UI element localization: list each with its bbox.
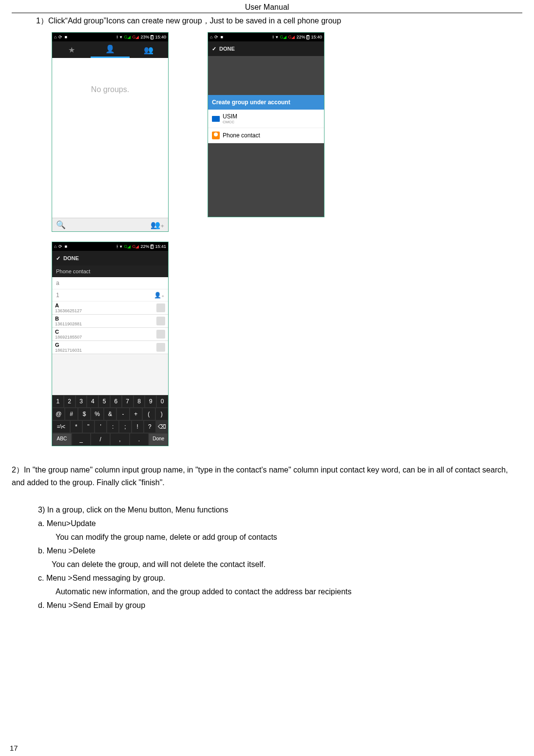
key[interactable]: ⌫ bbox=[156, 420, 168, 433]
screenshot-no-groups: ⌂ ⟳ ■ ᚼ ▾ G◢ G◢ 23% ▮ 15:40 ★ 👤 👥 bbox=[52, 32, 169, 232]
key[interactable]: + bbox=[130, 408, 142, 420]
contact-row[interactable]: B13611902881 bbox=[52, 315, 168, 328]
key[interactable]: 0 bbox=[156, 395, 168, 408]
key[interactable]: 1 bbox=[52, 395, 64, 408]
group-name-input[interactable]: a bbox=[52, 277, 168, 289]
key[interactable]: ' bbox=[95, 420, 107, 433]
contact-letter: C bbox=[55, 329, 82, 335]
tab-contacts[interactable]: 👤 bbox=[91, 41, 129, 58]
battery-percent: 23% bbox=[140, 35, 149, 39]
key[interactable]: 5 bbox=[98, 395, 110, 408]
key[interactable]: 6 bbox=[110, 395, 122, 408]
option-usim[interactable]: USIM CMCC bbox=[208, 110, 324, 128]
key[interactable]: ; bbox=[119, 420, 131, 433]
key[interactable]: =\< bbox=[52, 420, 70, 433]
contact-row[interactable]: G18621716031 bbox=[52, 341, 168, 354]
avatar bbox=[156, 303, 165, 312]
home-icon: ⌂ bbox=[54, 35, 57, 39]
contact-letter: G bbox=[55, 342, 82, 348]
key[interactable]: & bbox=[104, 408, 116, 420]
key[interactable]: ! bbox=[132, 420, 144, 433]
key[interactable]: ) bbox=[155, 408, 168, 420]
contact-row[interactable]: C18692185507 bbox=[52, 328, 168, 341]
key[interactable]: @ bbox=[52, 408, 65, 420]
step-2-text: 2）In "the group name" column input group… bbox=[12, 464, 516, 489]
no-groups-label: No groups. bbox=[52, 58, 168, 94]
key[interactable]: * bbox=[70, 420, 82, 433]
contact-number: 18621716031 bbox=[55, 348, 82, 353]
phone-contact-header: Phone contact bbox=[52, 265, 168, 277]
signal-icon: G◢ bbox=[124, 35, 131, 39]
key[interactable]: ( bbox=[142, 408, 155, 420]
signal-icon: G◢ bbox=[132, 35, 139, 39]
key[interactable]: 3 bbox=[76, 395, 87, 408]
clock: 15:41 bbox=[155, 244, 166, 249]
page-number: 17 bbox=[10, 744, 18, 752]
key[interactable]: 7 bbox=[122, 395, 134, 408]
status-bar: ⌂⟳■ ᚼ▾ G◢G◢ 22% ▮ 15:41 bbox=[52, 242, 168, 251]
battery-percent: 22% bbox=[140, 244, 149, 249]
modal-title: Create group under account bbox=[208, 95, 324, 110]
key[interactable]: 4 bbox=[87, 395, 98, 408]
status-bar: ⌂⟳■ ᚼ▾ G◢G◢ 22% ▮ 15:40 bbox=[208, 33, 324, 41]
menu-c-title: c. Menu >Send messaging by group. bbox=[38, 571, 516, 585]
clock: 15:40 bbox=[311, 35, 322, 39]
check-icon[interactable]: ✓ bbox=[56, 255, 60, 262]
add-person-icon[interactable]: 👤₊ bbox=[154, 292, 164, 299]
contact-number: 13636625127 bbox=[55, 308, 82, 313]
star-icon: ★ bbox=[68, 45, 75, 55]
screenshot-add-contacts: ⌂⟳■ ᚼ▾ G◢G◢ 22% ▮ 15:41 ✓ DONE Phone con… bbox=[52, 242, 169, 446]
sync-icon: ⟳ bbox=[58, 35, 62, 39]
contact-letter: B bbox=[55, 316, 82, 321]
key[interactable]: Done bbox=[149, 433, 168, 446]
bluetooth-icon: ᚼ bbox=[116, 35, 118, 39]
key[interactable]: 8 bbox=[134, 395, 145, 408]
menu-d-title: d. Menu >Send Email by group bbox=[38, 599, 516, 612]
step-1-text: 1）Click“Add group”Icons can create new g… bbox=[36, 16, 516, 26]
status-bar: ⌂ ⟳ ■ ᚼ ▾ G◢ G◢ 23% ▮ 15:40 bbox=[52, 33, 168, 41]
key[interactable]: - bbox=[116, 408, 129, 420]
key[interactable]: $ bbox=[78, 408, 91, 420]
done-button[interactable]: DONE bbox=[63, 255, 79, 261]
step-3-intro: 3) In a group, click on the Menu button,… bbox=[38, 503, 516, 517]
done-button[interactable]: DONE bbox=[219, 46, 235, 52]
menu-b-desc: You can delete the group, and will not d… bbox=[52, 558, 516, 571]
add-group-icon[interactable]: 👥₊ bbox=[151, 220, 164, 229]
key[interactable]: _ bbox=[72, 433, 91, 446]
key[interactable]: / bbox=[91, 433, 110, 446]
battery-percent: 22% bbox=[296, 35, 305, 39]
page-header: User Manual bbox=[12, 0, 522, 13]
search-icon[interactable]: 🔍 bbox=[56, 220, 66, 229]
key[interactable]: , bbox=[110, 433, 130, 446]
screenshot-create-group: ⌂⟳■ ᚼ▾ G◢G◢ 22% ▮ 15:40 ✓ DONE Create gr… bbox=[208, 32, 324, 217]
clock: 15:40 bbox=[155, 35, 166, 39]
key[interactable]: 9 bbox=[145, 395, 156, 408]
key[interactable]: % bbox=[91, 408, 103, 420]
option-phone-contact[interactable]: Phone contact bbox=[208, 128, 324, 143]
person-icon: 👤 bbox=[105, 44, 115, 54]
key[interactable]: ? bbox=[144, 420, 156, 433]
contact-icon bbox=[212, 132, 220, 139]
keyboard: 1234567890 @#$%&-+() =\<*"':;!?⌫ ABC_/,.… bbox=[52, 395, 168, 446]
avatar bbox=[156, 330, 165, 339]
key[interactable]: : bbox=[107, 420, 119, 433]
usim-label: USIM bbox=[223, 113, 237, 120]
avatar bbox=[156, 317, 165, 325]
avatar bbox=[156, 343, 165, 352]
sim-icon bbox=[212, 116, 220, 122]
contact-search-input[interactable]: 1 👤₊ bbox=[52, 289, 168, 302]
check-icon[interactable]: ✓ bbox=[212, 46, 216, 52]
key[interactable]: " bbox=[82, 420, 95, 433]
contacts-list: A13636625127B13611902881C18692185507G186… bbox=[52, 302, 168, 395]
menu-c-desc: Automatic new information, and the group… bbox=[56, 585, 516, 599]
contact-row[interactable]: A13636625127 bbox=[52, 302, 168, 315]
key[interactable]: # bbox=[65, 408, 77, 420]
tab-groups[interactable]: 👥 bbox=[130, 41, 168, 58]
key[interactable]: ABC bbox=[52, 433, 72, 446]
cmcc-label: CMCC bbox=[223, 120, 237, 124]
key[interactable]: . bbox=[130, 433, 149, 446]
menu-a-title: a. Menu>Update bbox=[38, 517, 516, 530]
key[interactable]: 2 bbox=[64, 395, 76, 408]
menu-a-desc: You can modify the group name, delete or… bbox=[56, 530, 516, 544]
tab-favorites[interactable]: ★ bbox=[52, 41, 91, 58]
